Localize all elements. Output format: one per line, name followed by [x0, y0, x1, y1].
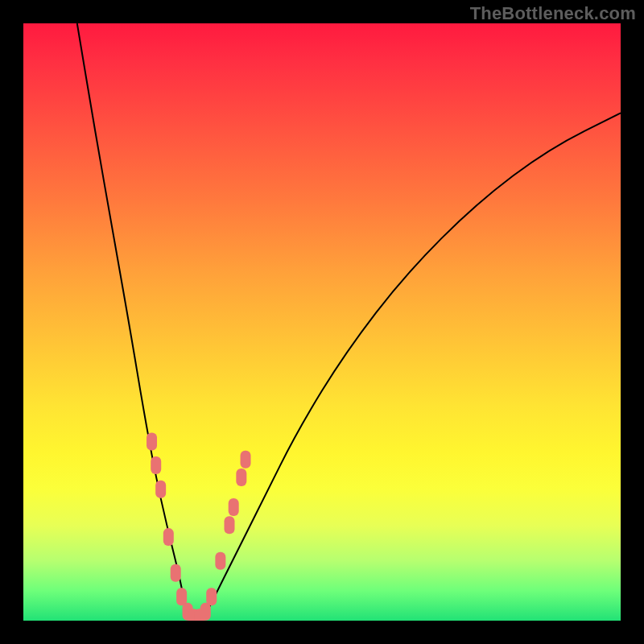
marker-point [200, 603, 211, 621]
chart-frame: TheBottleneck.com [0, 0, 644, 644]
chart-svg [23, 23, 621, 621]
marker-point [176, 588, 187, 605]
marker-point [236, 469, 246, 486]
marker-point [224, 516, 234, 534]
marker-point [215, 552, 225, 570]
watermark-text: TheBottleneck.com [470, 3, 636, 24]
marker-point [163, 528, 174, 546]
marker-point [206, 588, 217, 605]
series-left-branch [77, 23, 191, 621]
marker-point [151, 456, 161, 474]
marker-point [171, 564, 181, 582]
curve-layer [77, 23, 621, 621]
marker-point [229, 498, 239, 516]
marker-point [241, 451, 251, 469]
series-right-branch [203, 113, 621, 621]
marker-point [155, 481, 166, 498]
marker-layer [147, 432, 250, 621]
marker-point [147, 432, 157, 450]
plot-area [23, 23, 621, 621]
